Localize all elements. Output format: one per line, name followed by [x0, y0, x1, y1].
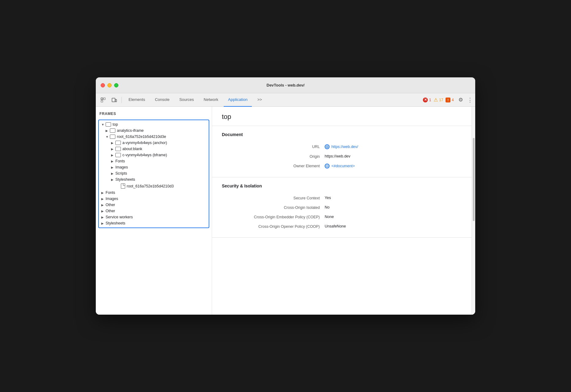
tab-sources[interactable]: Sources — [175, 93, 198, 107]
frame-icon — [110, 128, 115, 133]
detail-panel: top Document URL https://we — [212, 107, 472, 315]
tree-item-analytics-iframe[interactable]: ▶ analytics-iframe — [99, 128, 209, 134]
error-badge[interactable]: ✕ 1 — [423, 98, 431, 102]
sidebar-header: Frames — [96, 109, 212, 118]
security-section: Security & Isolation Secure Context Yes … — [212, 177, 472, 238]
arrow-icon: ▶ — [111, 147, 115, 151]
tree-label-service-workers: Service workers — [106, 215, 133, 219]
scrollbar[interactable] — [472, 107, 475, 315]
scrollbar-thumb[interactable] — [473, 138, 475, 221]
frame-icon — [110, 135, 115, 139]
toolbar-right: ✕ 1 ⚠ 17 ! 4 ⚙ ⋮ — [423, 96, 473, 104]
arrow-icon: ▶ — [111, 178, 115, 181]
tree-label-top: top — [113, 122, 118, 127]
field-value-secure-context: Yes — [325, 196, 331, 200]
tree-item-images-top[interactable]: ▶ Images — [99, 196, 209, 202]
tab-elements[interactable]: Elements — [124, 93, 149, 107]
tree-item-stylesheets-top[interactable]: ▶ Stylesheets — [99, 220, 209, 226]
tree-item-fonts-root[interactable]: ▶ Fonts — [99, 158, 209, 164]
maximize-button[interactable] — [114, 83, 118, 87]
tree-item-stylesheet-file[interactable]: ▶ root_616a752e1b5d4210d3 — [99, 183, 209, 190]
warning-badge[interactable]: ⚠ 17 — [434, 97, 443, 103]
error-icon: ✕ — [423, 98, 428, 102]
document-section-title: Document — [222, 132, 462, 137]
tree-item-service-workers[interactable]: ▶ Service workers — [99, 214, 209, 220]
arrow-icon: ▶ — [111, 141, 115, 145]
tree-item-a-vynmy[interactable]: ▶ a-vynmy4vb4wys (anchor) — [99, 140, 209, 146]
field-label-owner: Owner Element — [222, 164, 320, 168]
field-row-origin: Origin https://web.dev — [222, 152, 462, 161]
arrow-icon: ▶ — [101, 216, 106, 219]
tree-item-fonts-top[interactable]: ▶ Fonts — [99, 190, 209, 196]
tree-label-images-root: Images — [115, 165, 128, 169]
tree-item-about-blank[interactable]: ▶ about:blank — [99, 146, 209, 152]
tree-item-other-2[interactable]: ▶ Other — [99, 208, 209, 214]
field-value-coep: None — [325, 215, 334, 219]
url-link[interactable]: https://web.dev/ — [331, 145, 358, 149]
tree-label-c-vynmy: c-vynmy4vb4wys (bframe) — [122, 153, 167, 157]
svg-point-7 — [327, 166, 328, 167]
tree-item-stylesheets-root[interactable]: ▶ Stylesheets — [99, 176, 209, 183]
tree-item-c-vynmy[interactable]: ▶ c-vynmy4vb4wys (bframe) — [99, 152, 209, 158]
arrow-icon: ▶ — [106, 129, 110, 132]
arrow-icon: ▶ — [111, 160, 115, 163]
tree-item-scripts-root[interactable]: ▶ Scripts — [99, 170, 209, 176]
tree-label-a-vynmy: a-vynmy4vb4wys (anchor) — [122, 141, 167, 145]
tree-item-root[interactable]: ▼ root_616a752e1b5d4210d3e — [99, 134, 209, 140]
field-row-cross-origin-isolated: Cross-Origin Isolated No — [222, 203, 462, 212]
tree-label-stylesheets-root: Stylesheets — [115, 177, 135, 182]
field-value-origin: https://web.dev — [325, 154, 350, 158]
frame-icon — [115, 147, 121, 151]
security-section-title: Security & Isolation — [222, 183, 462, 188]
info-badge[interactable]: ! 4 — [446, 98, 454, 102]
settings-button[interactable]: ⚙ — [456, 96, 465, 104]
arrow-icon: ▼ — [101, 123, 106, 126]
frame-icon — [115, 153, 121, 157]
arrow-icon: ▶ — [101, 197, 106, 201]
svg-rect-1 — [103, 98, 105, 100]
close-button[interactable] — [101, 83, 105, 87]
detail-title: top — [212, 107, 472, 126]
field-value-owner: <#document> — [325, 164, 355, 168]
tree-item-images-root[interactable]: ▶ Images — [99, 164, 209, 170]
tree-item-top[interactable]: ▼ top — [99, 121, 209, 128]
field-label-coop: Cross-Origin Opener Policy (COOP) — [222, 224, 320, 229]
frame-icon — [106, 122, 111, 127]
document-section: Document URL https://web.dev/ — [212, 126, 472, 177]
tree-label-about-blank: about:blank — [122, 147, 142, 151]
owner-circle-icon — [325, 164, 330, 168]
more-options-button[interactable]: ⋮ — [467, 97, 473, 103]
frame-icon — [115, 141, 121, 145]
device-toggle-button[interactable] — [109, 95, 119, 105]
svg-rect-0 — [101, 98, 103, 100]
inspect-element-button[interactable] — [98, 95, 108, 105]
arrow-icon: ▶ — [101, 209, 106, 213]
devtools-window: DevTools - web.dev/ Elements Console S — [96, 77, 475, 315]
tab-more[interactable]: >> — [253, 93, 266, 107]
tree-label-fonts-root: Fonts — [115, 159, 125, 163]
tree-item-other-1[interactable]: ▶ Other — [99, 202, 209, 208]
tab-network[interactable]: Network — [200, 93, 223, 107]
toolbar-divider — [121, 97, 122, 103]
tree-label-fonts-top: Fonts — [106, 190, 115, 195]
warning-icon: ⚠ — [434, 97, 438, 103]
tree-label-analytics-iframe: analytics-iframe — [117, 128, 144, 133]
tree-label-images-top: Images — [106, 197, 118, 201]
svg-rect-3 — [112, 98, 115, 102]
doc-icon — [121, 183, 125, 189]
tree-label-scripts-root: Scripts — [115, 171, 127, 176]
arrow-icon: ▼ — [106, 135, 110, 139]
tab-console[interactable]: Console — [151, 93, 174, 107]
window-title: DevTools - web.dev/ — [267, 83, 304, 87]
field-row-secure-context: Secure Context Yes — [222, 193, 462, 203]
minimize-button[interactable] — [107, 83, 112, 87]
owner-link[interactable]: <#document> — [331, 164, 355, 168]
tab-application[interactable]: Application — [224, 93, 252, 107]
field-row-coop: Cross-Origin Opener Policy (COOP) Unsafe… — [222, 222, 462, 231]
tree-label-other-1: Other — [106, 203, 115, 207]
tree-label-stylesheet-file: root_616a752e1b5d4210d3 — [127, 184, 174, 188]
arrow-icon: ▶ — [111, 166, 115, 169]
field-row-owner: Owner Element <#document> — [222, 161, 462, 171]
field-value-url: https://web.dev/ — [325, 144, 358, 149]
main-content: Frames ▼ top ▶ analytics-iframe ▼ — [96, 107, 475, 315]
